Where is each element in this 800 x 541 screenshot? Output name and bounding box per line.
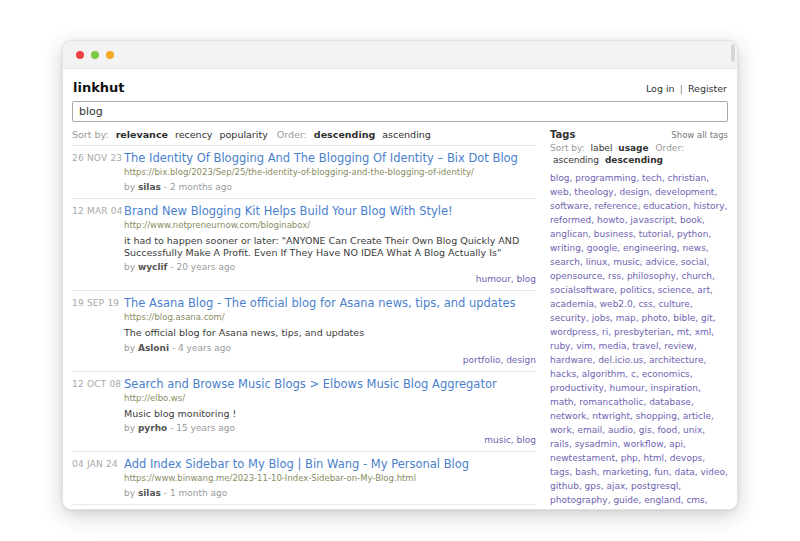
tag-link[interactable]: search [550,257,580,267]
tag-link[interactable]: workflow [623,439,663,449]
tag-link[interactable]: theology [574,187,613,197]
tag-link[interactable]: opensource [550,271,602,281]
tag-link[interactable]: howto [597,215,625,225]
entry-author-link[interactable]: wyclif [138,262,168,272]
tag-link[interactable]: history [694,201,725,211]
tag-link[interactable]: html [644,453,665,463]
tag-link[interactable]: blog [550,173,569,183]
login-link[interactable]: Log in [646,83,675,94]
tag-link[interactable]: javascript [630,215,674,225]
tag-link[interactable]: tags [550,467,569,477]
sort-option-relevance[interactable]: relevance [116,129,168,140]
tag-link[interactable]: education [643,201,688,211]
tags-order-option-ascending[interactable]: ascending [553,155,599,165]
tag-link[interactable]: del.icio.us [598,355,643,365]
tag-link[interactable]: jobs [592,313,610,323]
sort-option-popularity[interactable]: popularity [220,129,268,140]
tag-link[interactable]: cms [686,495,704,505]
scrollbar-thumb[interactable] [731,44,735,62]
tag-link[interactable]: webdesign [660,509,708,510]
tags-sort-option-label[interactable]: label [591,143,613,153]
tag-link[interactable]: socialsoftware [550,285,614,295]
tag-link[interactable]: news [683,243,706,253]
tag-link[interactable]: linux [586,257,608,267]
tag-link[interactable]: philosophy [627,271,676,281]
tag-link[interactable]: c [631,369,636,379]
tag-link[interactable]: unix [683,425,702,435]
tag-link[interactable]: email [578,425,603,435]
entry-title-link[interactable]: Add Index Sidebar to My Blog | Bin Wang … [124,457,469,471]
tag-link[interactable]: article [683,411,711,421]
entry-url-link[interactable]: https://www.binwang.me/2023-11-10-Index-… [124,473,536,484]
tag-link[interactable]: newtestament [550,453,615,463]
tag-link[interactable]: algorithm [582,369,625,379]
tag-link[interactable]: lutheran [550,509,588,510]
tag-link[interactable]: devops [670,453,702,463]
tag-link[interactable]: england [644,495,680,505]
tag-link[interactable]: web [550,187,569,197]
tag-link[interactable]: fun [654,467,669,477]
tag-link[interactable]: git [701,313,713,323]
tag-link[interactable]: culture [658,299,689,309]
entry-tags-link[interactable]: portfolio, design [463,355,536,365]
tag-link[interactable]: math [550,397,574,407]
tag-link[interactable]: christian [667,173,706,183]
register-link[interactable]: Register [688,83,727,94]
tag-link[interactable]: inspiration [650,383,698,393]
tag-link[interactable]: architecture [649,355,703,365]
tag-link[interactable]: ajax [606,481,625,491]
entry-url-link[interactable]: https://bix.blog/2023/Sep/25/the-identit… [124,167,536,178]
tag-link[interactable]: rails [550,439,569,449]
tag-link[interactable]: wordpress [550,327,596,337]
entry-url-link[interactable]: http://www.netpreneurnow.com/bloginabox/ [124,220,536,231]
tag-link[interactable]: video [700,467,725,477]
tag-link[interactable]: advice [645,257,675,267]
tag-link[interactable]: guide [613,495,638,505]
tag-link[interactable]: programming [575,173,636,183]
tag-link[interactable]: church [682,271,713,281]
tag-link[interactable]: mt [677,327,689,337]
entry-url-link[interactable]: http://elbo.ws/ [124,393,536,404]
tag-link[interactable]: productivity [550,383,604,393]
tag-link[interactable]: science [658,285,692,295]
tag-link[interactable]: romancatholic [579,397,643,407]
tag-link[interactable]: github [550,481,579,491]
tag-link[interactable]: social [681,257,707,267]
tag-link[interactable]: web2.0 [600,299,633,309]
tag-link[interactable]: security [550,313,586,323]
tag-link[interactable]: api [669,439,683,449]
tag-link[interactable]: reference [594,201,637,211]
tag-link[interactable]: data [674,467,694,477]
tag-link[interactable]: tech [642,173,662,183]
entry-author-link[interactable]: silas [138,182,161,192]
entry-title-link[interactable]: The Identity Of Blogging And The Bloggin… [124,151,518,165]
tag-link[interactable]: design [619,187,649,197]
tag-link[interactable]: python [677,229,708,239]
tag-link[interactable]: bible [673,313,695,323]
show-all-tags-link[interactable]: Show all tags [671,130,728,140]
tag-link[interactable]: academia [550,299,594,309]
tag-link[interactable]: hacks [550,369,576,379]
tag-link[interactable]: travel [632,341,658,351]
entry-title-link[interactable]: The Asana Blog - The official blog for A… [124,296,515,310]
tag-link[interactable]: book [680,215,702,225]
entry-author-link[interactable]: silas [138,488,161,498]
tag-link[interactable]: anglican [550,229,588,239]
tag-link[interactable]: shopping [636,411,677,421]
tag-link[interactable]: english [594,509,626,510]
tag-link[interactable]: ri [602,327,608,337]
tag-link[interactable]: humour [610,383,645,393]
tag-link[interactable]: art [697,285,710,295]
tag-link[interactable]: xml [695,327,712,337]
tag-link[interactable]: ntwright [592,411,630,421]
entry-url-link[interactable]: https://blog.asana.com/ [124,312,536,323]
tag-link[interactable]: writing [550,243,581,253]
tag-link[interactable]: audio [608,425,633,435]
entry-title-link[interactable]: Brand New Blogging Kit Helps Build Your … [124,204,453,218]
brand-logo[interactable]: linkhut [73,80,125,95]
tag-link[interactable]: politics [620,285,652,295]
tag-link[interactable]: work [550,425,572,435]
tag-link[interactable]: google [587,243,617,253]
tag-link[interactable]: css [638,299,652,309]
entry-author-link[interactable]: Asloni [138,343,169,353]
